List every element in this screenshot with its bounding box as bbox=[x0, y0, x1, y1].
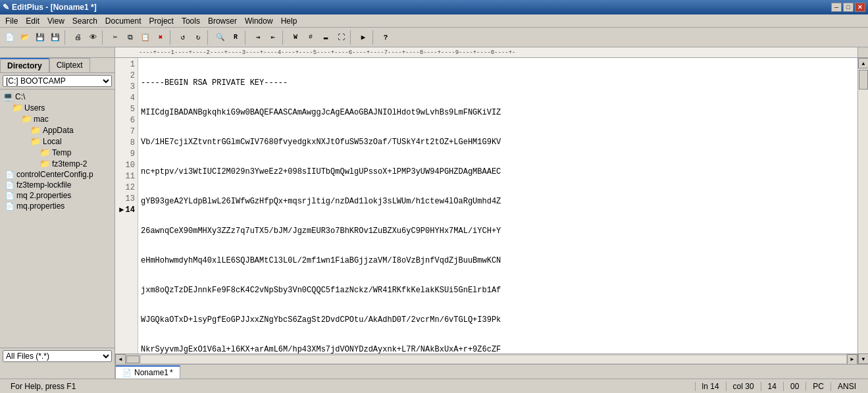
delete-button[interactable]: ✖ bbox=[153, 30, 168, 45]
line-num-10: 10 bbox=[115, 160, 138, 171]
unindent-button[interactable]: ⇤ bbox=[266, 30, 280, 45]
status-encoding: PC bbox=[806, 382, 831, 391]
drive-selector[interactable]: [C:] BOOTCAMP bbox=[0, 73, 115, 90]
wordwrap-button[interactable]: W bbox=[288, 30, 303, 45]
line-num-6: 6 bbox=[115, 115, 138, 126]
menu-tools[interactable]: Tools bbox=[178, 15, 204, 27]
replace-button[interactable]: R bbox=[228, 30, 243, 45]
help-button[interactable]: ? bbox=[378, 30, 393, 45]
folder-icon-users: 📁 bbox=[12, 103, 22, 113]
toolbar-sep-7 bbox=[350, 30, 354, 45]
scroll-up-button[interactable]: ▲ bbox=[858, 58, 868, 68]
tab-bar: 📄 Noname1 * bbox=[0, 364, 868, 379]
toolbar-sep-4 bbox=[207, 30, 211, 45]
vscroll-track[interactable] bbox=[858, 68, 868, 354]
tree-item-local[interactable]: 📁 Local bbox=[1, 136, 113, 147]
code-line-3: Vb/1HE7cjiXZtvntrGGlmCwIV7680fvyedgkxNXJ… bbox=[141, 137, 855, 148]
menu-edit[interactable]: Edit bbox=[22, 15, 43, 27]
sidebar-tab-cliptext[interactable]: Cliptext bbox=[49, 58, 90, 72]
editor-content: 1 2 3 4 5 6 7 8 9 10 11 12 13 ▶14 bbox=[115, 58, 857, 354]
code-line-1: -----BEGIN RSA PRIVATE KEY----- bbox=[141, 78, 855, 89]
toolbar-sep-5 bbox=[245, 30, 249, 45]
title-bar: ✎ EditPlus - [Noname1 *] ─ □ ✕ bbox=[0, 0, 868, 14]
tree-item-mq[interactable]: 📄 mq.properties bbox=[1, 201, 113, 211]
scroll-down-button[interactable]: ▼ bbox=[858, 354, 868, 364]
file-icon-mq: 📄 bbox=[5, 202, 14, 211]
scroll-thumb[interactable] bbox=[126, 355, 140, 363]
tree-item-appdata[interactable]: 📁 AppData bbox=[1, 124, 113, 136]
tree-item-fz3lock[interactable]: 📄 fz3temp-lockfile bbox=[1, 180, 113, 190]
toolbar-sep-3 bbox=[170, 30, 174, 45]
menu-help[interactable]: Help bbox=[277, 15, 301, 27]
copy-button[interactable]: ⧉ bbox=[123, 30, 138, 45]
folder-icon-fz3temp2: 📁 bbox=[39, 159, 50, 169]
menu-browser[interactable]: Browser bbox=[204, 15, 241, 27]
editor-tab-noname1[interactable]: 📄 Noname1 * bbox=[115, 365, 180, 379]
toolbar-sep-8 bbox=[372, 30, 376, 45]
scroll-right-button[interactable]: ▶ bbox=[847, 354, 857, 365]
status-num: 14 bbox=[761, 382, 784, 391]
linenum-button[interactable]: # bbox=[303, 30, 318, 45]
line-num-3: 3 bbox=[115, 82, 138, 93]
tree-item-mq2[interactable]: 📄 mq 2.properties bbox=[1, 190, 113, 201]
print-button[interactable]: 🖨 bbox=[70, 30, 85, 45]
line-num-1: 1 bbox=[115, 59, 138, 70]
code-line-9: WJGQkaOTxD+lsyPgfEoGPJJxxZNgYbcS6ZagSt2D… bbox=[141, 315, 855, 326]
scroll-track[interactable] bbox=[140, 355, 847, 364]
file-filter-dropdown[interactable]: All Files (*.*) bbox=[3, 350, 112, 362]
indent-button[interactable]: ⇥ bbox=[251, 30, 265, 45]
folder-icon-mac: 📁 bbox=[21, 114, 32, 124]
menu-document[interactable]: Document bbox=[101, 15, 145, 27]
save-all-button[interactable]: 💾 bbox=[48, 30, 63, 45]
file-icon-controlcenter: 📄 bbox=[5, 170, 14, 179]
cut-button[interactable]: ✂ bbox=[108, 30, 122, 45]
tree-item-mac[interactable]: 📁 mac bbox=[1, 113, 113, 124]
code-line-10: NkrSyyvmJgExO1V6al+l6KX+arAmL6M/hp43XMs7… bbox=[141, 344, 855, 354]
tab-label: Noname1 bbox=[134, 368, 168, 377]
tree-item-temp[interactable]: 📁 Temp bbox=[1, 147, 113, 158]
maximize-button[interactable]: □ bbox=[843, 3, 854, 12]
minimize-button[interactable]: ─ bbox=[831, 3, 842, 12]
open-button[interactable]: 📂 bbox=[18, 30, 32, 45]
fullscreen-button[interactable]: ⛶ bbox=[334, 30, 348, 45]
menu-search[interactable]: Search bbox=[68, 15, 101, 27]
tree-item-controlcenter[interactable]: 📄 controlCenterConfig.p bbox=[1, 169, 113, 180]
toolbar-sep-6 bbox=[282, 30, 286, 45]
new-button[interactable]: 📄 bbox=[3, 30, 17, 45]
ruler-button[interactable]: ▬ bbox=[319, 30, 333, 45]
tree-label-controlcenter: controlCenterConfig.p bbox=[16, 170, 93, 179]
run-button[interactable]: ▶ bbox=[356, 30, 370, 45]
file-icon-mq2: 📄 bbox=[5, 192, 14, 200]
title-controls: ─ □ ✕ bbox=[831, 3, 865, 12]
undo-button[interactable]: ↺ bbox=[176, 30, 190, 45]
paste-button[interactable]: 📋 bbox=[138, 30, 153, 45]
folder-icon-temp: 📁 bbox=[39, 147, 50, 157]
folder-icon-local: 📁 bbox=[30, 136, 41, 146]
line-num-11: 11 bbox=[115, 171, 138, 182]
tree-item-fz3temp2[interactable]: 📁 fz3temp-2 bbox=[1, 158, 113, 169]
drive-dropdown[interactable]: [C:] BOOTCAMP bbox=[3, 75, 112, 87]
find-button[interactable]: 🔍 bbox=[213, 30, 228, 45]
sidebar-tabs: Directory Cliptext bbox=[0, 58, 115, 73]
folder-icon-appdata: 📁 bbox=[30, 125, 41, 135]
code-line-8: jxm8oQzTzDEJnnkFe9F8cK4C2vNpSby3Vn0CQQC5… bbox=[141, 285, 855, 296]
menu-window[interactable]: Window bbox=[241, 15, 277, 27]
save-button[interactable]: 💾 bbox=[33, 30, 47, 45]
code-editor[interactable]: -----BEGIN RSA PRIVATE KEY----- MIICdgIB… bbox=[138, 58, 857, 354]
line-num-12: 12 bbox=[115, 182, 138, 194]
vscroll-thumb[interactable] bbox=[859, 70, 868, 90]
tree-item-users[interactable]: 📁 Users bbox=[1, 102, 113, 113]
scroll-left-button[interactable]: ◀ bbox=[115, 354, 126, 365]
menu-project[interactable]: Project bbox=[145, 15, 178, 27]
close-button[interactable]: ✕ bbox=[855, 3, 865, 12]
tree-item-drive[interactable]: 💻 C:\ bbox=[1, 91, 113, 102]
menu-file[interactable]: File bbox=[1, 15, 22, 27]
code-line-4: nc+ptpv/vi3WtIUCI2M029n3YweEz2+098sIIUTb… bbox=[141, 167, 855, 178]
code-line-7: eHmHohwmdyhMq40xlLE6SQJBAMtCl3L0L/2mf1wn… bbox=[141, 255, 855, 267]
preview-button[interactable]: 👁 bbox=[86, 30, 100, 45]
redo-button[interactable]: ↻ bbox=[191, 30, 205, 45]
sidebar-tab-directory[interactable]: Directory bbox=[0, 58, 49, 72]
menu-view[interactable]: View bbox=[43, 15, 68, 27]
ruler: ----+----1----+----2----+----3----+----4… bbox=[115, 47, 857, 58]
file-filter[interactable]: All Files (*.*) bbox=[0, 348, 115, 364]
